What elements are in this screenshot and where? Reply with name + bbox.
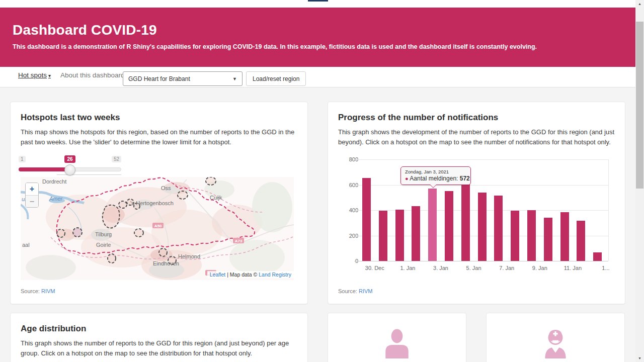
- slider-handle[interactable]: [64, 164, 75, 175]
- chart-gridline: [354, 159, 608, 160]
- rivm-link[interactable]: RIVM: [359, 288, 373, 294]
- map-label: Tilburg: [95, 231, 112, 237]
- chart-bar[interactable]: [379, 211, 387, 261]
- hotspots-source: Source: RIVM: [21, 288, 55, 294]
- caret-down-icon: ▾: [48, 73, 51, 78]
- chart-bar[interactable]: [593, 252, 602, 261]
- nav-hotspots-label: Hot spots: [18, 71, 47, 79]
- chart-bar[interactable]: [511, 211, 519, 261]
- map-label: Goirle: [96, 242, 111, 248]
- map-attribution: Leaflet | Map data © Land Registry: [207, 271, 294, 278]
- map-label: Cuijk: [210, 195, 222, 201]
- progress-card-description: This graph shows the development of the …: [338, 127, 616, 147]
- map-zoom-control: + −: [25, 183, 39, 208]
- chart-x-tick-label: 9. Jan: [525, 265, 555, 271]
- map-attribution-text: | Map data ©: [225, 272, 259, 278]
- nurse-icon: [540, 328, 571, 361]
- vertical-scrollbar[interactable]: ▲ ▼: [635, 0, 644, 362]
- source-label: Source:: [338, 288, 357, 294]
- chart-bar[interactable]: [412, 206, 420, 261]
- tab-underline: [308, 0, 328, 2]
- map-label: Eindhoven: [153, 260, 179, 266]
- leaflet-link[interactable]: Leaflet: [210, 272, 226, 278]
- page-subtitle: This dashboard is a demonstration of R S…: [13, 43, 537, 50]
- slider-fill: [19, 167, 70, 171]
- person-icon: [381, 328, 413, 361]
- chart-gridline: [354, 261, 608, 261]
- map-zoom-out-button[interactable]: −: [26, 195, 38, 207]
- region-select-value: GGD Heart for Brabant: [128, 75, 190, 82]
- page-header: Dashboard COVID-19 This dashboard is a d…: [0, 8, 635, 67]
- scrollbar-thumb[interactable]: [636, 22, 643, 189]
- chart-bar[interactable]: [395, 210, 404, 261]
- region-select[interactable]: GGD Heart for Brabant ▼: [123, 71, 243, 86]
- map-label: 's-Hertogenbosch: [130, 200, 174, 206]
- map-label: Amer: [49, 196, 63, 202]
- hotspots-card-title: Hotspots last two weeks: [21, 113, 120, 123]
- chart-x-tick-label: 7. Jan: [492, 265, 522, 271]
- person-stat-card: [328, 313, 466, 362]
- chart-bar[interactable]: [577, 221, 585, 261]
- source-label: Source:: [21, 288, 40, 294]
- svg-text:A50: A50: [154, 224, 162, 228]
- chart-x-tick-label: 1. Jan: [392, 265, 423, 271]
- land-registry-link[interactable]: Land Registry: [259, 272, 291, 278]
- chart-x-tick-label: 30. Dec: [360, 265, 390, 271]
- tooltip-arrow: [430, 185, 437, 188]
- chart-bar[interactable]: [428, 189, 437, 261]
- progress-card: Progress of the number of notifications …: [328, 102, 625, 304]
- chart-x-tick-label: 1...: [591, 265, 621, 271]
- hotspots-card: Hotspots last two weeks This map shows t…: [10, 102, 308, 304]
- tooltip-value: 572: [460, 175, 470, 182]
- scrollbar-up-arrow[interactable]: ▲: [635, 0, 644, 8]
- road-badge: A50: [152, 223, 164, 228]
- chart-bar[interactable]: [494, 196, 503, 261]
- load-reset-region-button[interactable]: Load/reset region: [246, 71, 306, 86]
- chart-bar[interactable]: [560, 212, 569, 261]
- rivm-link[interactable]: RIVM: [41, 288, 55, 294]
- slider-min-label: 1: [19, 156, 26, 162]
- hotspots-card-description: This map shows the hotspots for this reg…: [21, 127, 298, 147]
- road-badge: A73: [233, 238, 244, 243]
- chart-x-tick-label: 5. Jan: [459, 265, 489, 271]
- map-label: Oss: [161, 185, 171, 191]
- leaflet-map[interactable]: A50A73A67 DordrechtundAmerOss's-Hertogen…: [21, 177, 294, 280]
- hotspot-threshold-slider[interactable]: 1 26 52: [19, 154, 121, 176]
- chart-bar[interactable]: [362, 178, 371, 261]
- slider-value-badge: 26: [64, 155, 75, 163]
- chart-tooltip: Zondag, Jan 3, 2021 ● Aantal meldingen: …: [400, 166, 471, 185]
- chart-x-tick-label: 3. Jan: [426, 265, 456, 271]
- page-content: Hotspots last two weeks This map shows t…: [0, 87, 635, 362]
- chart-x-tick-label: 11. Jan: [557, 265, 588, 271]
- chart-bar[interactable]: [478, 193, 487, 261]
- progress-card-title: Progress of the number of notifications: [338, 113, 498, 123]
- svg-text:A73: A73: [235, 239, 243, 243]
- chart-right-gridline: [608, 159, 609, 261]
- chart-plot-area: Zondag, Jan 3, 2021 ● Aantal meldingen: …: [358, 159, 606, 261]
- page-title: Dashboard COVID-19: [13, 22, 157, 38]
- select-caret-icon: ▼: [232, 76, 237, 81]
- chart-bar[interactable]: [445, 191, 453, 261]
- tooltip-label: Aantal meldingen:: [410, 175, 458, 182]
- nav-about-dashboard[interactable]: About this dashboard: [60, 71, 125, 79]
- scrollbar-down-arrow[interactable]: ▼: [635, 354, 644, 362]
- map-label: Helmond: [178, 253, 200, 259]
- nurse-stat-card: [486, 313, 625, 362]
- slider-max-label: 52: [112, 156, 121, 162]
- map-zoom-in-button[interactable]: +: [26, 183, 38, 195]
- navbar: Hot spots▾ About this dashboard GGD Hear…: [0, 67, 635, 87]
- chart-bar[interactable]: [527, 210, 536, 261]
- age-card-title: Age distribution: [21, 324, 86, 334]
- notifications-chart: 0200400600800 Zondag, Jan 3, 2021 ● Aant…: [338, 154, 616, 275]
- map-label: Dordrecht: [42, 178, 66, 185]
- nav-hotspots-menu[interactable]: Hot spots▾: [18, 71, 51, 79]
- chart-gridline: [354, 185, 608, 186]
- series-dot-icon: ●: [405, 175, 409, 182]
- age-distribution-card: Age distribution This graph shows the nu…: [10, 313, 308, 362]
- browser-strip: [0, 0, 635, 8]
- chart-bar[interactable]: [544, 218, 552, 261]
- map-label: aal: [22, 242, 30, 248]
- chart-bar[interactable]: [461, 184, 470, 261]
- age-card-description: This graph shows the number of reports t…: [21, 338, 298, 358]
- progress-source: Source: RIVM: [338, 288, 372, 294]
